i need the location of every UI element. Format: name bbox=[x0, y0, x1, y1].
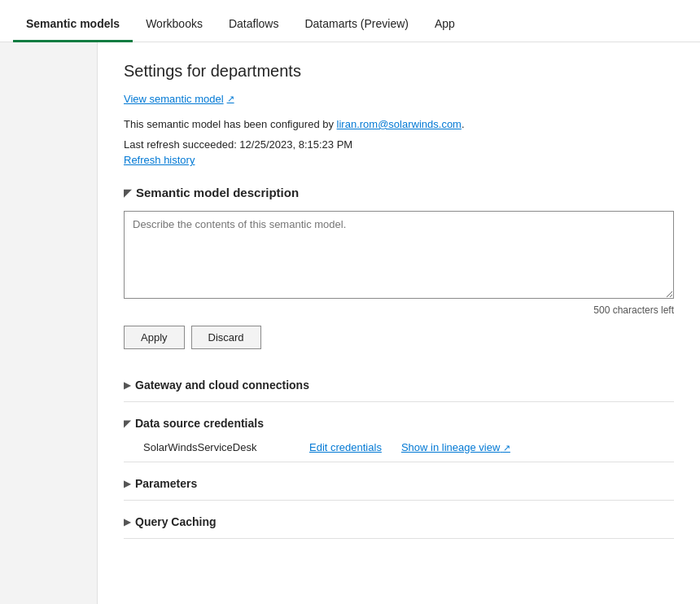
tab-datamarts[interactable]: Datamarts (Preview) bbox=[291, 6, 422, 42]
parameters-divider bbox=[124, 500, 674, 501]
page-title: Settings for departments bbox=[124, 62, 674, 81]
query-caching-section-header[interactable]: ▶ Query Caching bbox=[124, 509, 674, 535]
view-link-text: View semantic model bbox=[124, 93, 224, 105]
description-section-header[interactable]: ◤ Semantic model description bbox=[124, 186, 674, 199]
description-textarea[interactable] bbox=[124, 211, 674, 299]
datasource-collapse-arrow: ◤ bbox=[124, 418, 130, 429]
datasource-row: SolarWindsServiceDesk Edit credentials S… bbox=[124, 436, 674, 458]
query-caching-collapse-arrow: ▶ bbox=[124, 517, 130, 527]
datasource-section-title: Data source credentials bbox=[135, 417, 264, 430]
tab-app[interactable]: App bbox=[422, 6, 468, 42]
parameters-section: ▶ Parameters bbox=[124, 471, 674, 501]
edit-credentials-link[interactable]: Edit credentials bbox=[309, 441, 382, 453]
email-link[interactable]: liran.rom@solarwinds.com bbox=[337, 118, 462, 130]
lineage-external-icon: ↗ bbox=[503, 443, 510, 453]
gateway-section: ▶ Gateway and cloud connections bbox=[124, 372, 674, 402]
top-nav: Semantic models Workbooks Dataflows Data… bbox=[0, 0, 700, 42]
query-caching-section-title: Query Caching bbox=[135, 515, 217, 528]
tab-workbooks[interactable]: Workbooks bbox=[133, 6, 216, 42]
show-lineage-link[interactable]: Show in lineage view ↗ bbox=[401, 441, 510, 453]
external-link-icon: ↗ bbox=[227, 94, 234, 104]
show-lineage-text: Show in lineage view bbox=[401, 441, 500, 453]
parameters-section-header[interactable]: ▶ Parameters bbox=[124, 471, 674, 497]
query-caching-divider bbox=[124, 538, 674, 539]
description-collapse-arrow: ◤ bbox=[124, 187, 131, 199]
gateway-section-header[interactable]: ▶ Gateway and cloud connections bbox=[124, 372, 674, 398]
description-section-title: Semantic model description bbox=[136, 186, 299, 199]
query-caching-section: ▶ Query Caching bbox=[124, 509, 674, 539]
refresh-status: Last refresh succeeded: 12/25/2023, 8:15… bbox=[124, 138, 674, 151]
layout: Settings for departments View semantic m… bbox=[0, 42, 700, 604]
refresh-history-link[interactable]: Refresh history bbox=[124, 154, 674, 166]
discard-button[interactable]: Discard bbox=[191, 326, 261, 349]
datasource-name: SolarWindsServiceDesk bbox=[143, 441, 290, 453]
description-btn-row: Apply Discard bbox=[124, 326, 674, 349]
view-semantic-model-link[interactable]: View semantic model ↗ bbox=[124, 93, 234, 105]
tab-semantic-models[interactable]: Semantic models bbox=[13, 6, 133, 42]
info-text: This semantic model has been configured … bbox=[124, 118, 674, 130]
parameters-section-title: Parameters bbox=[135, 477, 197, 490]
char-count: 500 characters left bbox=[124, 304, 674, 316]
apply-button[interactable]: Apply bbox=[124, 326, 185, 349]
gateway-section-title: Gateway and cloud connections bbox=[135, 379, 309, 392]
gateway-divider bbox=[124, 401, 674, 402]
gateway-collapse-arrow: ▶ bbox=[124, 380, 130, 391]
main-content: Settings for departments View semantic m… bbox=[98, 42, 700, 604]
datasource-divider bbox=[124, 462, 674, 462]
datasource-section-header[interactable]: ◤ Data source credentials bbox=[124, 410, 674, 436]
tab-dataflows[interactable]: Dataflows bbox=[216, 6, 291, 42]
description-section: ◤ Semantic model description 500 charact… bbox=[124, 186, 674, 349]
sidebar bbox=[0, 42, 98, 604]
parameters-collapse-arrow: ▶ bbox=[124, 479, 130, 489]
datasource-section: ◤ Data source credentials SolarWindsServ… bbox=[124, 410, 674, 462]
